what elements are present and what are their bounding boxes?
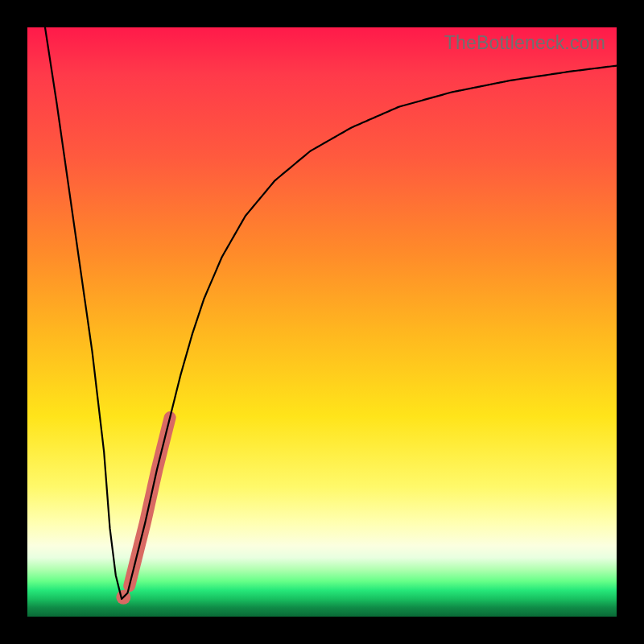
chart-frame: TheBottleneck.com [0,0,644,644]
plot-area: TheBottleneck.com [27,27,617,617]
bottleneck-curve [45,27,617,599]
highlight-layer [116,418,170,605]
chart-svg [27,27,617,617]
